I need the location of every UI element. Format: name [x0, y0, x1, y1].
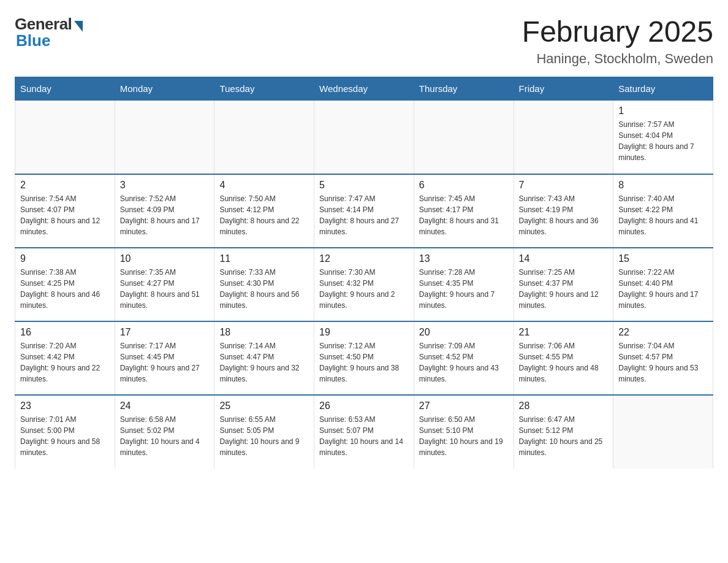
day-number: 15 [618, 253, 708, 264]
day-number: 8 [618, 180, 708, 191]
day-number: 24 [120, 400, 210, 412]
day-info: Sunrise: 7:43 AM Sunset: 4:19 PM Dayligh… [519, 193, 609, 237]
day-info: Sunrise: 7:57 AM Sunset: 4:04 PM Dayligh… [618, 119, 708, 163]
day-info: Sunrise: 7:22 AM Sunset: 4:40 PM Dayligh… [618, 267, 708, 311]
day-info: Sunrise: 7:14 AM Sunset: 4:47 PM Dayligh… [219, 340, 309, 385]
day-info: Sunrise: 7:40 AM Sunset: 4:22 PM Dayligh… [618, 193, 708, 237]
day-number: 1 [618, 105, 708, 117]
day-number: 20 [419, 327, 509, 338]
day-info: Sunrise: 7:06 AM Sunset: 4:55 PM Dayligh… [519, 340, 609, 385]
day-info: Sunrise: 7:20 AM Sunset: 4:42 PM Dayligh… [20, 340, 110, 385]
day-number: 25 [219, 400, 309, 412]
calendar-cell [514, 101, 613, 174]
calendar-cell [414, 101, 514, 174]
day-number: 12 [319, 253, 409, 264]
calendar-cell: 7Sunrise: 7:43 AM Sunset: 4:19 PM Daylig… [514, 174, 613, 248]
calendar-cell: 27Sunrise: 6:50 AM Sunset: 5:10 PM Dayli… [414, 395, 514, 469]
day-info: Sunrise: 6:47 AM Sunset: 5:12 PM Dayligh… [519, 414, 609, 458]
calendar-cell: 10Sunrise: 7:35 AM Sunset: 4:27 PM Dayli… [115, 248, 214, 321]
weekday-header-row: SundayMondayTuesdayWednesdayThursdayFrid… [15, 77, 713, 101]
weekday-header-sunday: Sunday [15, 77, 115, 101]
calendar-cell: 25Sunrise: 6:55 AM Sunset: 5:05 PM Dayli… [214, 395, 314, 469]
day-info: Sunrise: 7:54 AM Sunset: 4:07 PM Dayligh… [20, 193, 110, 237]
day-info: Sunrise: 7:52 AM Sunset: 4:09 PM Dayligh… [120, 193, 210, 237]
week-row-4: 16Sunrise: 7:20 AM Sunset: 4:42 PM Dayli… [15, 321, 713, 395]
calendar-cell: 19Sunrise: 7:12 AM Sunset: 4:50 PM Dayli… [314, 321, 414, 395]
day-number: 26 [319, 400, 409, 412]
day-info: Sunrise: 6:53 AM Sunset: 5:07 PM Dayligh… [319, 414, 409, 458]
calendar-cell: 18Sunrise: 7:14 AM Sunset: 4:47 PM Dayli… [214, 321, 314, 395]
title-block: February 2025 Haninge, Stockholm, Sweden [522, 15, 713, 67]
day-number: 2 [20, 180, 110, 191]
calendar-cell [214, 101, 314, 174]
calendar-cell: 21Sunrise: 7:06 AM Sunset: 4:55 PM Dayli… [514, 321, 613, 395]
day-info: Sunrise: 7:45 AM Sunset: 4:17 PM Dayligh… [419, 193, 509, 237]
day-number: 14 [519, 253, 609, 264]
logo: General Blue [15, 15, 83, 50]
weekday-header-saturday: Saturday [613, 77, 713, 101]
week-row-1: 1Sunrise: 7:57 AM Sunset: 4:04 PM Daylig… [15, 101, 713, 174]
day-info: Sunrise: 6:55 AM Sunset: 5:05 PM Dayligh… [219, 414, 309, 458]
calendar-cell [613, 395, 713, 469]
day-info: Sunrise: 7:04 AM Sunset: 4:57 PM Dayligh… [618, 340, 708, 385]
calendar-cell [115, 101, 214, 174]
weekday-header-thursday: Thursday [414, 77, 514, 101]
day-number: 22 [618, 327, 708, 338]
calendar-title: February 2025 [522, 15, 713, 48]
day-number: 10 [120, 253, 210, 264]
day-number: 16 [20, 327, 110, 338]
calendar-subtitle: Haninge, Stockholm, Sweden [522, 51, 713, 67]
day-info: Sunrise: 7:47 AM Sunset: 4:14 PM Dayligh… [319, 193, 409, 237]
weekday-header-wednesday: Wednesday [314, 77, 414, 101]
calendar-cell: 23Sunrise: 7:01 AM Sunset: 5:00 PM Dayli… [15, 395, 115, 469]
day-info: Sunrise: 6:58 AM Sunset: 5:02 PM Dayligh… [120, 414, 210, 458]
day-number: 11 [219, 253, 309, 264]
weekday-header-friday: Friday [514, 77, 613, 101]
page-header: General Blue February 2025 Haninge, Stoc… [15, 15, 713, 67]
weekday-header-monday: Monday [115, 77, 214, 101]
day-number: 27 [419, 400, 509, 412]
calendar-cell: 12Sunrise: 7:30 AM Sunset: 4:32 PM Dayli… [314, 248, 414, 321]
calendar-cell: 5Sunrise: 7:47 AM Sunset: 4:14 PM Daylig… [314, 174, 414, 248]
day-info: Sunrise: 6:50 AM Sunset: 5:10 PM Dayligh… [419, 414, 509, 458]
calendar-cell: 11Sunrise: 7:33 AM Sunset: 4:30 PM Dayli… [214, 248, 314, 321]
day-info: Sunrise: 7:01 AM Sunset: 5:00 PM Dayligh… [20, 414, 110, 458]
day-info: Sunrise: 7:35 AM Sunset: 4:27 PM Dayligh… [120, 267, 210, 311]
calendar-cell: 13Sunrise: 7:28 AM Sunset: 4:35 PM Dayli… [414, 248, 514, 321]
calendar-cell: 9Sunrise: 7:38 AM Sunset: 4:25 PM Daylig… [15, 248, 115, 321]
day-info: Sunrise: 7:25 AM Sunset: 4:37 PM Dayligh… [519, 267, 609, 311]
day-number: 6 [419, 180, 509, 191]
calendar-cell: 26Sunrise: 6:53 AM Sunset: 5:07 PM Dayli… [314, 395, 414, 469]
logo-arrow-icon [74, 21, 83, 32]
day-number: 23 [20, 400, 110, 412]
calendar-cell: 20Sunrise: 7:09 AM Sunset: 4:52 PM Dayli… [414, 321, 514, 395]
week-row-5: 23Sunrise: 7:01 AM Sunset: 5:00 PM Dayli… [15, 395, 713, 469]
day-number: 28 [519, 400, 609, 412]
calendar-cell: 4Sunrise: 7:50 AM Sunset: 4:12 PM Daylig… [214, 174, 314, 248]
day-info: Sunrise: 7:30 AM Sunset: 4:32 PM Dayligh… [319, 267, 409, 311]
calendar-cell [314, 101, 414, 174]
day-info: Sunrise: 7:50 AM Sunset: 4:12 PM Dayligh… [219, 193, 309, 237]
day-number: 3 [120, 180, 210, 191]
day-number: 13 [419, 253, 509, 264]
calendar-cell: 6Sunrise: 7:45 AM Sunset: 4:17 PM Daylig… [414, 174, 514, 248]
weekday-header-tuesday: Tuesday [214, 77, 314, 101]
day-number: 18 [219, 327, 309, 338]
calendar-cell: 16Sunrise: 7:20 AM Sunset: 4:42 PM Dayli… [15, 321, 115, 395]
calendar-cell: 1Sunrise: 7:57 AM Sunset: 4:04 PM Daylig… [613, 101, 713, 174]
day-number: 19 [319, 327, 409, 338]
day-number: 9 [20, 253, 110, 264]
calendar-table: SundayMondayTuesdayWednesdayThursdayFrid… [15, 77, 713, 469]
calendar-cell: 8Sunrise: 7:40 AM Sunset: 4:22 PM Daylig… [613, 174, 713, 248]
day-number: 7 [519, 180, 609, 191]
day-number: 17 [120, 327, 210, 338]
calendar-cell: 3Sunrise: 7:52 AM Sunset: 4:09 PM Daylig… [115, 174, 214, 248]
calendar-cell: 17Sunrise: 7:17 AM Sunset: 4:45 PM Dayli… [115, 321, 214, 395]
day-info: Sunrise: 7:38 AM Sunset: 4:25 PM Dayligh… [20, 267, 110, 311]
calendar-cell: 24Sunrise: 6:58 AM Sunset: 5:02 PM Dayli… [115, 395, 214, 469]
day-info: Sunrise: 7:09 AM Sunset: 4:52 PM Dayligh… [419, 340, 509, 385]
day-number: 21 [519, 327, 609, 338]
calendar-cell: 15Sunrise: 7:22 AM Sunset: 4:40 PM Dayli… [613, 248, 713, 321]
day-number: 5 [319, 180, 409, 191]
day-number: 4 [219, 180, 309, 191]
